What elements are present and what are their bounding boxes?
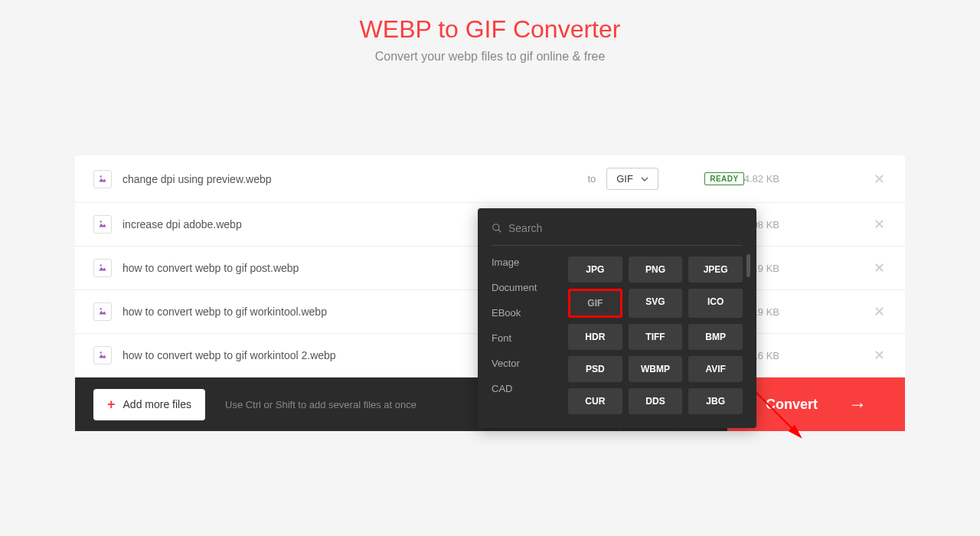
format-option[interactable]: ICO: [688, 289, 743, 318]
remove-file-button[interactable]: ✕: [871, 303, 887, 320]
remove-file-button[interactable]: ✕: [871, 260, 887, 276]
format-option[interactable]: JPEG: [688, 257, 743, 283]
svg-point-9: [100, 351, 102, 353]
format-categories: ImageDocumentEBookFontVectorCAD: [492, 257, 568, 414]
category-item[interactable]: EBook: [492, 307, 568, 319]
format-option[interactable]: CUR: [568, 388, 622, 414]
category-item[interactable]: CAD: [492, 383, 568, 394]
category-item[interactable]: Font: [492, 332, 568, 344]
page-subtitle: Convert your webp files to gif online & …: [0, 50, 980, 64]
dropdown-scrollbar[interactable]: [746, 254, 750, 277]
file-row: change dpi using preview.webp to GIF REA…: [75, 155, 905, 203]
svg-marker-0: [99, 178, 106, 181]
add-more-files-button[interactable]: + Add more files: [93, 389, 205, 420]
status-badge: READY: [704, 172, 744, 185]
plus-icon: +: [107, 397, 116, 413]
svg-point-3: [100, 221, 102, 222]
remove-file-button[interactable]: ✕: [871, 216, 887, 233]
svg-marker-4: [99, 267, 106, 271]
svg-point-10: [493, 224, 499, 230]
format-option[interactable]: DDS: [629, 388, 683, 414]
format-dropdown: ImageDocumentEBookFontVectorCAD JPGPNGJP…: [478, 208, 756, 428]
svg-line-11: [498, 230, 501, 233]
file-name: change dpi using preview.webp: [122, 173, 577, 185]
category-item[interactable]: Vector: [492, 358, 568, 369]
format-search-input[interactable]: [508, 222, 743, 234]
svg-point-7: [100, 308, 102, 309]
dropdown-search: [492, 222, 743, 246]
format-option[interactable]: AVIF: [688, 356, 743, 382]
file-type-icon: [93, 259, 112, 277]
format-option[interactable]: WBMP: [629, 356, 683, 382]
remove-file-button[interactable]: ✕: [871, 171, 887, 188]
format-option[interactable]: PNG: [629, 257, 683, 283]
svg-marker-2: [99, 224, 106, 227]
svg-marker-6: [99, 311, 106, 315]
format-option[interactable]: JPG: [568, 257, 622, 283]
remove-file-button[interactable]: ✕: [871, 347, 887, 364]
arrow-right-icon: →: [848, 394, 867, 415]
format-option[interactable]: BMP: [688, 324, 743, 350]
file-type-icon: [93, 215, 112, 234]
format-grid: JPGPNGJPEGGIFSVGICOHDRTIFFBMPPSDWBMPAVIF…: [568, 257, 743, 414]
svg-marker-8: [99, 355, 106, 358]
category-item[interactable]: Image: [492, 257, 568, 268]
file-type-icon: [93, 302, 112, 321]
format-select[interactable]: GIF: [606, 168, 658, 190]
file-size: 4.82 KB: [744, 173, 779, 185]
category-item[interactable]: Document: [492, 282, 568, 293]
format-option[interactable]: HDR: [568, 324, 622, 350]
svg-point-1: [100, 175, 102, 177]
format-option[interactable]: GIF: [568, 289, 622, 318]
multi-select-hint: Use Ctrl or Shift to add several files a…: [225, 399, 416, 410]
format-option[interactable]: PSD: [568, 356, 622, 382]
search-icon: [492, 223, 502, 234]
page-title: WEBP to GIF Converter: [0, 15, 980, 44]
file-type-icon: [93, 346, 112, 364]
svg-point-5: [100, 264, 102, 266]
convert-label: Convert: [766, 397, 818, 413]
add-more-label: Add more files: [123, 398, 191, 410]
format-value: GIF: [616, 173, 633, 185]
format-option[interactable]: SVG: [629, 289, 683, 318]
format-option[interactable]: TIFF: [629, 324, 683, 350]
file-type-icon: [93, 170, 112, 188]
chevron-down-icon: [641, 177, 648, 181]
format-option[interactable]: JBG: [688, 388, 743, 414]
page-header: WEBP to GIF Converter Convert your webp …: [0, 0, 980, 71]
to-label: to: [587, 173, 596, 185]
